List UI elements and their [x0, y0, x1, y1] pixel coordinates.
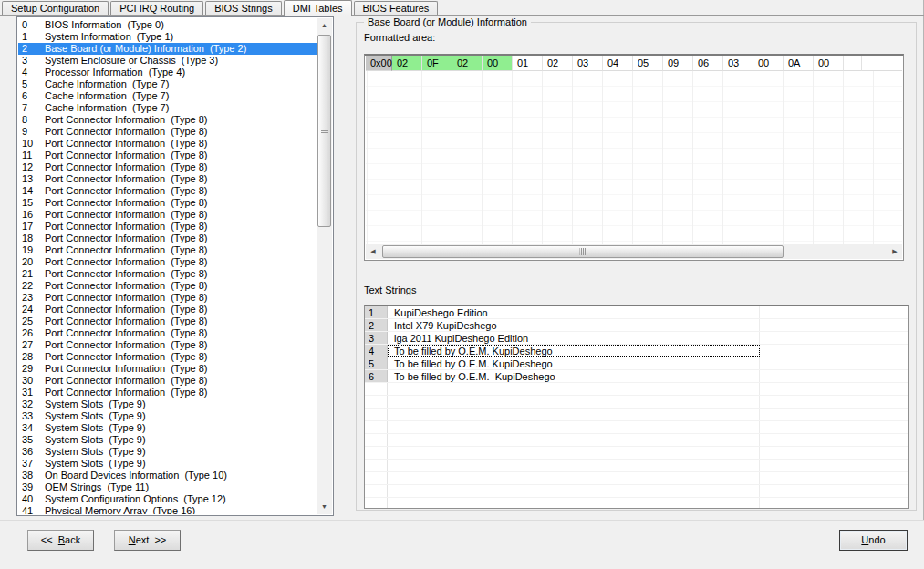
dmi-list-item[interactable]: 28Port Connector Information (Type 8) [18, 351, 317, 363]
next-button[interactable]: Next >> [114, 530, 181, 551]
hex-byte-cell-highlighted[interactable]: 02 [452, 56, 483, 71]
dmi-list-item[interactable]: 25Port Connector Information (Type 8) [18, 316, 317, 327]
dmi-list-scrollbar[interactable]: ▲ ▼ [317, 18, 332, 514]
scroll-down-arrow-icon[interactable]: ▼ [317, 500, 332, 514]
hex-horizontal-scrollbar[interactable]: ◀ ▶ [366, 244, 902, 259]
dmi-list-item[interactable]: 22Port Connector Information (Type 8) [18, 280, 317, 292]
hex-byte-cell[interactable]: 00 [753, 56, 784, 71]
dmi-list-item[interactable]: 39OEM Strings (Type 11) [18, 481, 317, 493]
string-value[interactable]: Intel X79 KupiDeshego [388, 319, 760, 331]
string-index: 6 [365, 370, 388, 382]
dmi-list-item[interactable]: 4Processor Information (Type 4) [18, 67, 317, 78]
hex-byte-cell[interactable]: 00 [814, 56, 844, 71]
next-button-accesskey: N [129, 534, 136, 545]
dmi-item-label: Port Connector Information (Type 8) [45, 221, 208, 233]
hex-byte-cell[interactable]: 03 [723, 56, 753, 71]
hex-byte-cell[interactable]: 05 [633, 56, 663, 71]
dmi-list-item[interactable]: 9Port Connector Information (Type 8) [18, 126, 317, 138]
dmi-list-item[interactable]: 33System Slots (Type 9) [18, 410, 317, 422]
dmi-list-item[interactable]: 34System Slots (Type 9) [18, 422, 317, 434]
hex-byte-cell[interactable]: 09 [663, 56, 693, 71]
dmi-list-item[interactable]: 41Physical Memory Array (Type 16) [18, 505, 317, 514]
dmi-list-item[interactable]: 18Port Connector Information (Type 8) [18, 233, 317, 244]
dmi-list-item[interactable]: 19Port Connector Information (Type 8) [18, 244, 317, 256]
dmi-item-label: Port Connector Information (Type 8) [45, 256, 208, 268]
dmi-list-item[interactable]: 2Base Board (or Module) Information (Typ… [18, 43, 317, 55]
scroll-left-arrow-icon[interactable]: ◀ [366, 244, 380, 259]
dmi-list-item[interactable]: 24Port Connector Information (Type 8) [18, 304, 317, 316]
dmi-item-number: 1 [22, 31, 45, 43]
dmi-list-item[interactable]: 15Port Connector Information (Type 8) [18, 197, 317, 209]
dmi-list-item[interactable]: 21Port Connector Information (Type 8) [18, 268, 317, 280]
hex-byte-cell[interactable]: 02 [543, 56, 573, 71]
string-value[interactable]: To be filled by O.E.M. KupiDeshego [388, 357, 760, 369]
dmi-list-item[interactable]: 1System Information (Type 1) [18, 31, 317, 43]
string-row-filler [760, 498, 908, 509]
dmi-list-item[interactable]: 3System Enclosure or Chassis (Type 3) [18, 55, 317, 67]
hex-byte-cell[interactable]: 06 [693, 56, 723, 71]
dmi-item-label: Cache Information (Type 7) [45, 90, 169, 102]
dmi-list-item[interactable]: 11Port Connector Information (Type 8) [18, 150, 317, 161]
dmi-list-item[interactable]: 40System Configuration Options (Type 12) [18, 493, 317, 505]
dmi-list-item[interactable]: 27Port Connector Information (Type 8) [18, 339, 317, 351]
hex-row-0x00: 0x00020F02000102030405090603000A00 [366, 56, 902, 71]
formatted-area-label: Formatted area: [364, 32, 435, 43]
scroll-up-arrow-icon[interactable]: ▲ [317, 18, 332, 33]
dmi-list-item[interactable]: 31Port Connector Information (Type 8) [18, 387, 317, 398]
hex-byte-cell[interactable]: 04 [603, 56, 633, 71]
scrollbar-thumb[interactable] [317, 35, 331, 227]
hex-byte-cell[interactable]: 0A [784, 56, 814, 71]
string-row-filler [760, 472, 908, 484]
dmi-list-item[interactable]: 10Port Connector Information (Type 8) [18, 138, 317, 150]
dmi-item-label: System Slots (Type 9) [45, 458, 146, 470]
tab-bios-features[interactable]: BIOS Features [354, 1, 439, 15]
dmi-list-item[interactable]: 17Port Connector Information (Type 8) [18, 221, 317, 233]
dmi-list-item[interactable]: 20Port Connector Information (Type 8) [18, 256, 317, 268]
hex-empty-cell [844, 56, 862, 71]
dmi-item-label: System Configuration Options (Type 12) [45, 493, 226, 505]
dmi-item-number: 7 [22, 102, 45, 114]
scroll-right-arrow-icon[interactable]: ▶ [888, 244, 902, 259]
string-value[interactable]: lga 2011 KupiDeshego Edition [388, 332, 760, 344]
back-button[interactable]: << Back [27, 530, 94, 551]
dmi-list-item[interactable]: 36System Slots (Type 9) [18, 446, 317, 458]
dmi-list-item[interactable]: 26Port Connector Information (Type 8) [18, 327, 317, 339]
tab-dmi-tables[interactable]: DMI Tables [284, 0, 352, 16]
hex-byte-cell[interactable]: 01 [513, 56, 543, 71]
tab-pci-irq-routing[interactable]: PCI IRQ Routing [110, 1, 203, 15]
dmi-item-label: System Slots (Type 9) [45, 410, 146, 422]
tab-bios-strings[interactable]: BIOS Strings [205, 1, 282, 15]
dmi-list-item[interactable]: 14Port Connector Information (Type 8) [18, 185, 317, 197]
dmi-list-item[interactable]: 35System Slots (Type 9) [18, 434, 317, 446]
hex-byte-cell-highlighted[interactable]: 0F [422, 56, 452, 71]
undo-button[interactable]: Undo [839, 530, 908, 551]
dmi-list-item[interactable]: 5Cache Information (Type 7) [18, 78, 317, 90]
dmi-list-item[interactable]: 13Port Connector Information (Type 8) [18, 173, 317, 185]
dmi-list-item[interactable]: 29Port Connector Information (Type 8) [18, 363, 317, 375]
dmi-list-item[interactable]: 37System Slots (Type 9) [18, 458, 317, 470]
dmi-list-item[interactable]: 32System Slots (Type 9) [18, 398, 317, 410]
dmi-item-number: 34 [22, 422, 45, 434]
string-value[interactable]: KupiDeshego Edition [388, 306, 760, 318]
dmi-list-item[interactable]: 7Cache Information (Type 7) [18, 102, 317, 114]
hex-byte-cell[interactable]: 03 [573, 56, 603, 71]
string-value[interactable]: To be filled by O.E.M. KupiDeshego [388, 370, 760, 382]
empty-string-row [365, 434, 908, 447]
text-strings-table[interactable]: 1KupiDeshego Edition2Intel X79 KupiDeshe… [364, 305, 909, 509]
dmi-list-item[interactable]: 12Port Connector Information (Type 8) [18, 161, 317, 173]
dmi-list-item[interactable]: 16Port Connector Information (Type 8) [18, 209, 317, 221]
dmi-list-item[interactable]: 6Cache Information (Type 7) [18, 90, 317, 102]
dmi-list-item[interactable]: 8Port Connector Information (Type 8) [18, 114, 317, 126]
string-value[interactable]: To be filled by O.E.M. KupiDeshego [388, 345, 760, 357]
dmi-list-item[interactable]: 30Port Connector Information (Type 8) [18, 375, 317, 387]
hex-byte-cell-highlighted[interactable]: 00 [483, 56, 513, 71]
dmi-item-number: 2 [22, 43, 45, 55]
hscrollbar-thumb[interactable] [382, 245, 784, 258]
hex-byte-cell-highlighted[interactable]: 02 [392, 56, 422, 71]
formatted-area-grid[interactable]: 0x00020F02000102030405090603000A00 ◀ ▶ [364, 54, 904, 261]
dmi-structures-list[interactable]: 0BIOS Information (Type 0)1System Inform… [16, 16, 334, 516]
dmi-list-item[interactable]: 0BIOS Information (Type 0) [18, 19, 317, 31]
dmi-list-item[interactable]: 23Port Connector Information (Type 8) [18, 292, 317, 304]
dmi-list-item[interactable]: 38On Board Devices Information (Type 10) [18, 470, 317, 481]
tab-setup-configuration[interactable]: Setup Configuration [2, 1, 109, 15]
